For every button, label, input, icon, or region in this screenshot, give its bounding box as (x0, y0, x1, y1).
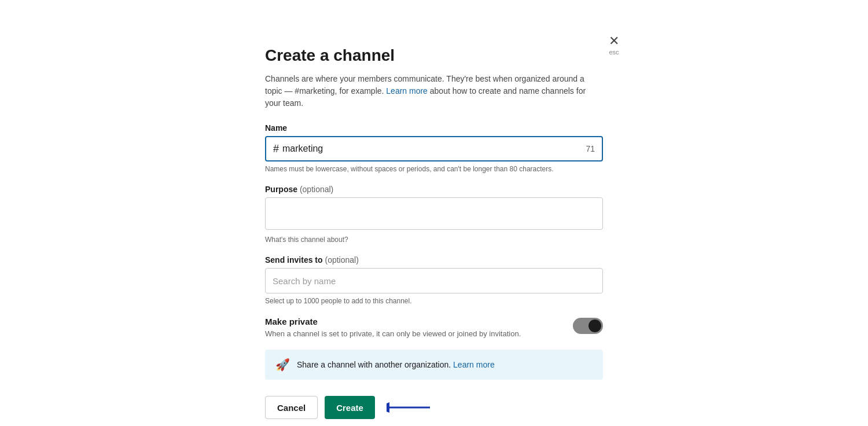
action-buttons: Cancel Create (265, 396, 603, 419)
name-input-wrapper: # 71 (265, 136, 603, 161)
send-invites-input[interactable] (265, 268, 603, 293)
share-banner: 🚀 Share a channel with another organizat… (265, 350, 603, 380)
send-invites-field-group: Send invites to (optional) Select up to … (265, 255, 603, 305)
modal-title: Create a channel (265, 46, 603, 65)
hash-prefix: # (273, 143, 279, 155)
name-hint: Names must be lowercase, without spaces … (265, 165, 603, 173)
esc-label: esc (609, 49, 619, 56)
make-private-description: When a channel is set to private, it can… (265, 329, 561, 339)
send-invites-label: Send invites to (optional) (265, 255, 603, 265)
modal-container: ✕ esc Create a channel Channels are wher… (237, 23, 631, 426)
modal-overlay: ✕ esc Create a channel Channels are wher… (0, 0, 868, 426)
create-button[interactable]: Create (325, 396, 375, 419)
purpose-hint: What's this channel about? (265, 236, 603, 244)
toggle-knob (589, 320, 601, 332)
char-count: 71 (586, 144, 595, 153)
channel-name-input[interactable] (282, 144, 586, 154)
close-button[interactable]: ✕ (609, 35, 619, 47)
arrow-svg (387, 401, 433, 414)
share-text: Share a channel with another organizatio… (297, 360, 495, 369)
purpose-label: Purpose (optional) (265, 185, 603, 194)
modal-description: Channels are where your members communic… (265, 73, 603, 109)
cancel-button[interactable]: Cancel (265, 396, 318, 419)
rocket-icon: 🚀 (275, 358, 290, 372)
learn-more-link-top[interactable]: Learn more (386, 86, 428, 96)
share-learn-more-link[interactable]: Learn more (453, 360, 495, 369)
invites-hint: Select up to 1000 people to add to this … (265, 297, 603, 305)
make-private-row: Make private When a channel is set to pr… (265, 317, 603, 339)
make-private-toggle[interactable] (573, 318, 603, 334)
name-field-group: Name # 71 Names must be lowercase, witho… (265, 123, 603, 173)
toggle-wrapper (573, 318, 603, 334)
make-private-text: Make private When a channel is set to pr… (265, 317, 561, 339)
make-private-label: Make private (265, 317, 561, 326)
close-button-area[interactable]: ✕ esc (609, 35, 619, 56)
purpose-input[interactable] (265, 197, 603, 230)
name-label: Name (265, 123, 603, 133)
purpose-field-group: Purpose (optional) What's this channel a… (265, 185, 603, 244)
arrow-indicator (387, 401, 433, 414)
